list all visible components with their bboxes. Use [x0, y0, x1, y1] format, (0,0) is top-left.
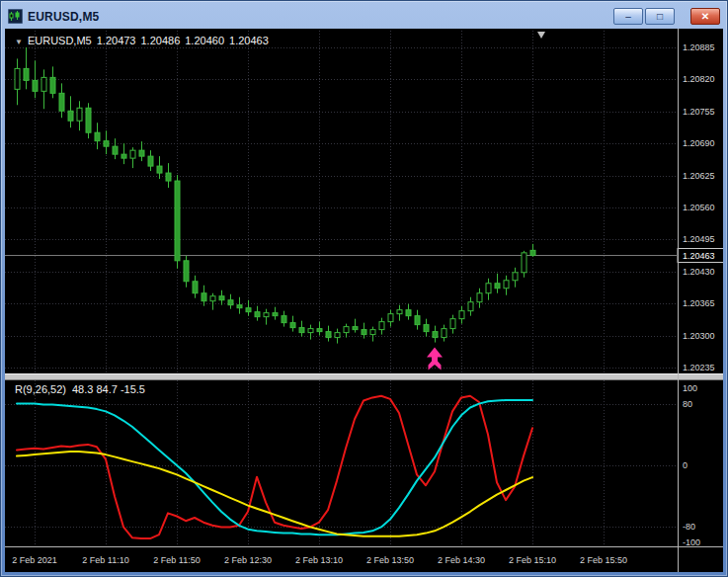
- candle-body: [379, 322, 384, 330]
- oscillator-axis-label: -100: [683, 537, 700, 547]
- price-axis-label: 1.20755: [683, 107, 715, 117]
- candle-body: [210, 296, 215, 301]
- candle-body: [282, 316, 286, 323]
- candle-body: [370, 330, 375, 335]
- candle-body: [495, 284, 500, 288]
- candle-body: [522, 253, 526, 273]
- time-axis-label: 2 Feb 11:50: [153, 555, 200, 565]
- oscillator-axis-label: 0: [683, 460, 688, 470]
- candle-body: [450, 319, 455, 329]
- candle-body: [15, 68, 20, 89]
- candle-body: [335, 333, 340, 338]
- svg-text:1.20463: 1.20463: [683, 251, 715, 261]
- time-axis-label: 2 Feb 13:10: [295, 555, 343, 565]
- title-bar[interactable]: EURUSD,M5 – □ ✕: [5, 4, 723, 29]
- candle-body: [130, 150, 135, 158]
- candle-body: [513, 273, 518, 281]
- panel-separator[interactable]: [5, 373, 723, 380]
- candle-body: [68, 111, 73, 121]
- candle-body: [477, 293, 482, 302]
- time-axis-label: 2 Feb 13:50: [366, 555, 414, 565]
- candle-body: [166, 173, 171, 181]
- candle-body: [113, 146, 118, 154]
- candle-body: [50, 77, 55, 93]
- window-controls: – □ ✕: [613, 8, 720, 25]
- oscillator-axis-label: 80: [683, 399, 692, 409]
- current-price-tag: 1.20463: [678, 249, 723, 263]
- candle-body: [353, 327, 358, 330]
- candle-body: [255, 312, 260, 317]
- candle-body: [530, 250, 535, 255]
- oscillator-line-fast: [17, 396, 532, 538]
- minimize-button[interactable]: –: [613, 8, 643, 25]
- candle-body: [326, 332, 331, 338]
- chart-client-area: 1.208851.208201.207551.206901.206251.205…: [5, 29, 723, 572]
- price-axis-label: 1.20495: [683, 234, 715, 244]
- candle-body: [77, 108, 82, 121]
- candle-body: [246, 308, 251, 312]
- candle-body: [308, 329, 313, 333]
- chart-shift-marker: [537, 32, 545, 39]
- time-axis-label: 2 Feb 11:10: [82, 555, 128, 565]
- candle-body: [504, 281, 509, 288]
- candle-body: [237, 305, 242, 308]
- candle-body: [175, 181, 180, 261]
- candle-body: [41, 77, 46, 91]
- oscillator-lines: [17, 396, 532, 538]
- price-axis-label: 1.20885: [683, 42, 715, 52]
- candle-body: [433, 332, 438, 338]
- candle-body: [193, 282, 198, 293]
- candle-body: [264, 313, 269, 317]
- price-axis-label: 1.20560: [683, 203, 715, 212]
- candle-body: [139, 150, 144, 156]
- candle-body: [273, 313, 278, 316]
- candle-body: [24, 68, 29, 80]
- chart-canvas[interactable]: 1.208851.208201.207551.206901.206251.205…: [5, 29, 723, 572]
- candle-body: [388, 314, 393, 322]
- candle-body: [299, 328, 304, 333]
- candle-body: [397, 310, 402, 314]
- close-button[interactable]: ✕: [690, 8, 720, 25]
- price-axis-label: 1.20430: [683, 267, 715, 277]
- collapse-arrow-icon[interactable]: ▼: [15, 38, 23, 46]
- time-axis-label: 2 Feb 14:30: [438, 555, 485, 565]
- mt4-chart-window: EURUSD,M5 – □ ✕ 1.208851.208201.207551.2…: [0, 0, 728, 577]
- candle-body: [362, 330, 366, 335]
- candle-body: [406, 310, 411, 316]
- candle-body: [219, 296, 224, 300]
- axis-labels: 1.208851.208201.207551.206901.206251.205…: [12, 42, 714, 565]
- time-axis-label: 2 Feb 15:10: [509, 555, 556, 565]
- window-title: EURUSD,M5: [28, 10, 99, 24]
- price-axis-label: 1.20365: [683, 298, 715, 308]
- candle-body: [157, 166, 162, 173]
- oscillator-line-slow: [17, 452, 532, 536]
- candles: [15, 47, 535, 344]
- price-axis-label: 1.20235: [683, 363, 715, 372]
- candle-body: [86, 108, 91, 132]
- time-axis-label: 2 Feb 2021: [12, 555, 57, 565]
- candle-body: [228, 300, 233, 305]
- candle-body: [344, 327, 349, 333]
- candle-body: [121, 154, 126, 158]
- candle-body: [424, 325, 429, 332]
- candle-body: [468, 302, 473, 311]
- buy-arrow-marker: [427, 348, 443, 371]
- candle-body: [184, 261, 189, 282]
- candle-body: [148, 156, 153, 166]
- price-axis-label: 1.20625: [683, 171, 715, 181]
- maximize-button[interactable]: □: [645, 8, 675, 25]
- candle-body: [95, 132, 100, 140]
- candle-body: [104, 141, 109, 146]
- oscillator-axis-label: -80: [683, 522, 695, 532]
- time-axis-label: 2 Feb 15:50: [580, 555, 627, 565]
- price-axis-label: 1.20300: [683, 331, 715, 341]
- time-axis-label: 2 Feb 12:30: [224, 555, 272, 565]
- candle-body: [442, 329, 446, 338]
- oscillator-axis-label: 100: [683, 383, 697, 393]
- price-axis-label: 1.20820: [683, 74, 715, 84]
- candle-body: [33, 80, 38, 91]
- candle-body: [415, 316, 420, 325]
- price-axis-label: 1.20690: [683, 138, 715, 148]
- candle-body: [486, 284, 491, 293]
- candle-body: [290, 323, 295, 328]
